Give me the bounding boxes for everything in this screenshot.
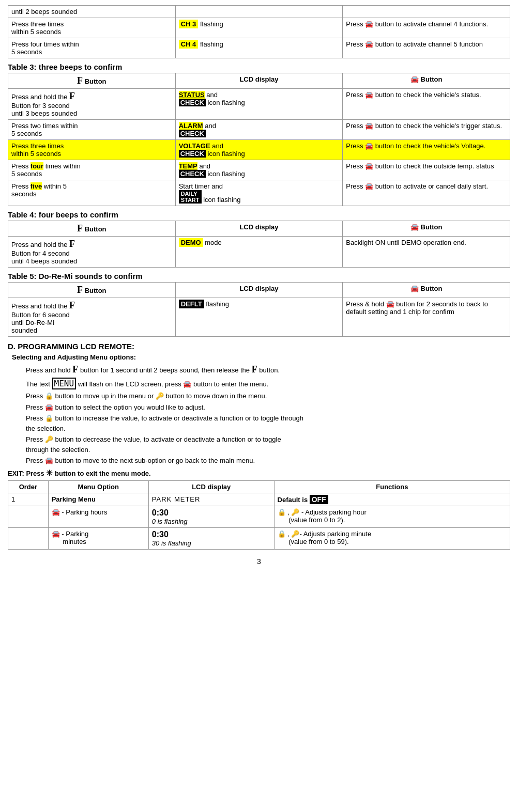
lcd-cell: 0:30 30 is flashing <box>148 527 274 549</box>
icon-flashing-text: icon flashing <box>208 150 245 158</box>
para-1: Press and hold F button for 1 second unt… <box>26 363 510 377</box>
until-beeps-text: until 2 beeps sounded <box>11 8 77 15</box>
deflt-badge: DEFLT <box>179 300 204 308</box>
press-hold-f6-text: Press and hold the FButton for 6 secondu… <box>11 302 75 334</box>
col1-cell: Press and hold the FButton for 3 secondu… <box>8 89 176 120</box>
col2-cell: DEMO mode <box>175 237 343 268</box>
alarm-badge: ALARM <box>179 122 203 130</box>
daily-start-badge: DAILYSTART <box>179 190 202 204</box>
check-badge: CHECK <box>179 170 206 178</box>
exit-text: button to exit the menu mode. <box>55 470 151 477</box>
and-text: and <box>205 122 216 130</box>
lcd-cell: 0:30 0 is flashing <box>148 506 274 527</box>
para-6: Press 🔑 button to decrease the value, to… <box>26 434 510 455</box>
order-cell <box>8 527 49 549</box>
page-num-text: 3 <box>257 557 261 566</box>
icon-flashing-text: icon flashing <box>203 196 240 204</box>
exit-line: EXIT: Press ✳ button to exit the menu mo… <box>8 469 510 478</box>
table-row: Press four times within5 seconds TEMP an… <box>8 160 510 180</box>
col1-cell: Press three timeswithin 5 seconds <box>8 18 176 38</box>
f-icon: F <box>77 223 83 233</box>
menu-cell: Parking Menu <box>48 493 148 506</box>
f-letter-icon: F <box>72 364 78 374</box>
col1-cell: Press and hold the FButton for 4 secondu… <box>8 237 176 268</box>
col1-cell: Press three timeswithin 5 seconds <box>8 140 176 160</box>
col2-cell: TEMP and CHECK icon flashing <box>175 160 343 180</box>
press-three-times-text: Press three timeswithin 5 seconds <box>11 20 64 36</box>
para-2: The text MENU will flash on the LCD scre… <box>26 378 510 390</box>
col2-cell: VOLTAGE and CHECK icon flashing <box>175 140 343 160</box>
flashing-text: flashing <box>206 300 229 308</box>
deflt-action-text: Press & hold 🚘 button for 2 seconds to b… <box>346 300 488 316</box>
para-7: Press 🚘 button to move to the next sub-o… <box>26 456 510 466</box>
f-icon: F <box>77 75 83 86</box>
table5-title: Table 5: Do-Re-Mi sounds to confirm <box>8 272 510 280</box>
top-continuation-table: until 2 beeps sounded Press three timesw… <box>8 5 510 58</box>
menu-cell: 🚘 - Parking hours <box>48 506 148 527</box>
ch4-badge: CH 4 <box>179 40 199 49</box>
col1-cell: until 2 beeps sounded <box>8 6 176 18</box>
parking-menu-label: Parking Menu <box>52 495 96 503</box>
order-cell: 1 <box>8 493 49 506</box>
voltage-action-text: Press 🚘 button to check the vehicle's Vo… <box>346 142 485 150</box>
col1-header: F Button <box>8 221 176 237</box>
col3-cell: Press 🚘 button to check the vehicle's Vo… <box>343 140 510 160</box>
flashing-text: flashing <box>200 20 223 28</box>
parking-minutes-label: 🚘 - Parking minutes <box>52 530 89 545</box>
off-badge: OFF <box>310 495 328 504</box>
menu-text-icon: MENU <box>52 378 77 389</box>
parking-hours-label: 🚘 - Parking hours <box>52 508 108 516</box>
page-number: 3 <box>8 557 510 566</box>
time-display2: 0:30 <box>152 530 169 539</box>
table-row: Press and hold the FButton for 6 secondu… <box>8 298 510 337</box>
status-badge: STATUS <box>179 91 205 99</box>
func-cell: Default is OFF <box>274 493 510 506</box>
table-header-row: F Button LCD display 🚘 Button <box>8 221 510 237</box>
press-five-text: Press five within 5seconds <box>11 182 67 198</box>
col1-cell: Press two times within5 seconds <box>8 120 176 140</box>
voltage-badge: VOLTAGE <box>179 142 210 150</box>
col1-header: F Button <box>8 73 176 89</box>
col3-cell: Press 🚘 button to activate channel 4 fun… <box>343 18 510 38</box>
status-action-text: Press 🚘 button to check the vehicle's st… <box>346 91 481 99</box>
parking-hours-func: 🔒 , 🔑 - Adjusts parking hour (value from… <box>278 508 367 524</box>
and-text: and <box>199 162 210 170</box>
table-header-row: F Button LCD display 🚘 Button <box>8 73 510 89</box>
col2-header: LCD display <box>175 73 343 89</box>
col1-cell: Press five within 5seconds <box>8 180 176 206</box>
col2-cell: DEFLT flashing <box>175 298 343 337</box>
col3-cell: Press 🚘 button to activate channel 5 fun… <box>343 38 510 58</box>
col3-cell <box>343 6 510 18</box>
ch4-action-text: Press 🚘 button to activate channel 5 fun… <box>346 40 483 48</box>
menu-option-header: Menu Option <box>48 480 148 493</box>
star-icon: ✳ <box>46 469 53 477</box>
check-badge: CHECK <box>179 99 206 106</box>
table-header-row: F Button LCD display 🚘 Button <box>8 283 510 298</box>
table-row: Press three timeswithin 5 seconds VOLTAG… <box>8 140 510 160</box>
col3-cell: Press & hold 🚘 button for 2 seconds to b… <box>343 298 510 337</box>
col3-header: 🚘 Button <box>343 221 510 237</box>
para-3: Press 🔒 button to move up in the menu or… <box>26 391 510 401</box>
table3: F Button LCD display 🚘 Button Press and … <box>8 73 510 206</box>
temp-action-text: Press 🚘 button to check the outside temp… <box>346 162 494 170</box>
col2-cell <box>175 6 343 18</box>
press-four-times-text: Press four times within5 seconds <box>11 162 81 178</box>
alarm-action-text: Press 🚘 button to check the vehicle's tr… <box>346 122 502 130</box>
col3-cell: Press 🚘 button to check the vehicle's tr… <box>343 120 510 140</box>
default-is-text: Default is <box>278 496 310 504</box>
col2-cell: Start timer and DAILYSTART icon flashing <box>175 180 343 206</box>
flashing-text: flashing <box>200 40 223 48</box>
col3-header: 🚘 Button <box>343 283 510 298</box>
daily-start-action-text: Press 🚘 button to activate or cancel dai… <box>346 182 488 190</box>
table-row: Press three timeswithin 5 seconds CH 3 f… <box>8 18 510 38</box>
col3-cell: Press 🚘 button to check the outside temp… <box>343 160 510 180</box>
start-timer-text: Start timer and <box>179 182 223 190</box>
mode-text: mode <box>205 239 222 246</box>
table-row: until 2 beeps sounded <box>8 6 510 18</box>
check-badge: CHECK <box>179 130 206 137</box>
table-row: 🚘 - Parking minutes 0:30 30 is flashing … <box>8 527 510 549</box>
para-5: Press 🔒 button to increase the value, to… <box>26 413 510 433</box>
check-badge: CHECK <box>179 150 206 158</box>
col2-cell: ALARM and CHECK <box>175 120 343 140</box>
park-meter-text: PARK METER <box>152 495 201 503</box>
